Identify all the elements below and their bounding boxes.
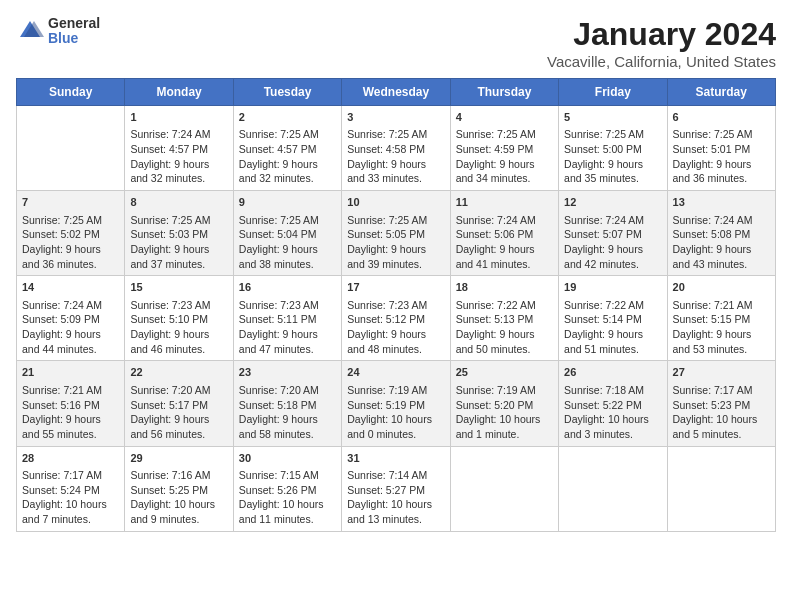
cell-info: Daylight: 10 hours [130, 497, 227, 512]
cell-info: Sunrise: 7:24 AM [564, 213, 661, 228]
calendar-cell [667, 446, 775, 531]
day-number: 21 [22, 365, 119, 380]
calendar-body: 1Sunrise: 7:24 AMSunset: 4:57 PMDaylight… [17, 106, 776, 532]
cell-info: Daylight: 9 hours [239, 242, 336, 257]
calendar-cell: 30Sunrise: 7:15 AMSunset: 5:26 PMDayligh… [233, 446, 341, 531]
week-row-5: 28Sunrise: 7:17 AMSunset: 5:24 PMDayligh… [17, 446, 776, 531]
cell-info: Daylight: 10 hours [347, 412, 444, 427]
cell-info: and 55 minutes. [22, 427, 119, 442]
cell-info: and 44 minutes. [22, 342, 119, 357]
cell-info: Daylight: 10 hours [456, 412, 553, 427]
cell-info: Daylight: 9 hours [130, 242, 227, 257]
logo-blue: Blue [48, 31, 100, 46]
calendar-cell: 23Sunrise: 7:20 AMSunset: 5:18 PMDayligh… [233, 361, 341, 446]
cell-info: Sunrise: 7:17 AM [22, 468, 119, 483]
cell-info: Sunrise: 7:25 AM [456, 127, 553, 142]
cell-info: Sunrise: 7:18 AM [564, 383, 661, 398]
cell-info: Sunset: 5:06 PM [456, 227, 553, 242]
calendar-cell [450, 446, 558, 531]
cell-info: Sunrise: 7:19 AM [456, 383, 553, 398]
cell-info: Sunset: 5:10 PM [130, 312, 227, 327]
day-number: 24 [347, 365, 444, 380]
cell-info: and 36 minutes. [673, 171, 770, 186]
cell-info: Sunset: 5:03 PM [130, 227, 227, 242]
cell-info: Sunset: 5:00 PM [564, 142, 661, 157]
cell-info: and 46 minutes. [130, 342, 227, 357]
cell-info: Sunset: 5:18 PM [239, 398, 336, 413]
cell-info: Sunset: 5:11 PM [239, 312, 336, 327]
cell-info: and 1 minute. [456, 427, 553, 442]
day-number: 2 [239, 110, 336, 125]
cell-info: Sunset: 5:25 PM [130, 483, 227, 498]
cell-info: Sunset: 5:07 PM [564, 227, 661, 242]
cell-info: and 51 minutes. [564, 342, 661, 357]
calendar-cell: 18Sunrise: 7:22 AMSunset: 5:13 PMDayligh… [450, 276, 558, 361]
cell-info: Daylight: 9 hours [239, 412, 336, 427]
cell-info: Sunrise: 7:21 AM [22, 383, 119, 398]
cell-info: and 13 minutes. [347, 512, 444, 527]
cell-info: Sunset: 5:14 PM [564, 312, 661, 327]
day-number: 31 [347, 451, 444, 466]
calendar-cell: 22Sunrise: 7:20 AMSunset: 5:17 PMDayligh… [125, 361, 233, 446]
cell-info: Sunrise: 7:25 AM [347, 127, 444, 142]
cell-info: Sunrise: 7:25 AM [130, 213, 227, 228]
cell-info: Sunset: 5:13 PM [456, 312, 553, 327]
cell-info: and 32 minutes. [130, 171, 227, 186]
day-number: 18 [456, 280, 553, 295]
cell-info: Sunset: 4:57 PM [130, 142, 227, 157]
cell-info: Sunrise: 7:15 AM [239, 468, 336, 483]
day-number: 4 [456, 110, 553, 125]
cell-info: and 56 minutes. [130, 427, 227, 442]
cell-info: Daylight: 9 hours [130, 327, 227, 342]
calendar-cell: 25Sunrise: 7:19 AMSunset: 5:20 PMDayligh… [450, 361, 558, 446]
cell-info: Daylight: 9 hours [456, 157, 553, 172]
day-number: 7 [22, 195, 119, 210]
cell-info: Sunrise: 7:16 AM [130, 468, 227, 483]
cell-info: Daylight: 9 hours [347, 242, 444, 257]
cell-info: Sunset: 5:22 PM [564, 398, 661, 413]
calendar-cell: 2Sunrise: 7:25 AMSunset: 4:57 PMDaylight… [233, 106, 341, 191]
day-number: 23 [239, 365, 336, 380]
day-number: 13 [673, 195, 770, 210]
day-number: 11 [456, 195, 553, 210]
main-title: January 2024 [547, 16, 776, 53]
cell-info: Sunrise: 7:25 AM [22, 213, 119, 228]
cell-info: and 53 minutes. [673, 342, 770, 357]
cell-info: Sunset: 4:59 PM [456, 142, 553, 157]
cell-info: Daylight: 9 hours [239, 157, 336, 172]
header-day-wednesday: Wednesday [342, 79, 450, 106]
header-day-tuesday: Tuesday [233, 79, 341, 106]
cell-info: and 5 minutes. [673, 427, 770, 442]
day-number: 14 [22, 280, 119, 295]
cell-info: Sunrise: 7:17 AM [673, 383, 770, 398]
cell-info: Daylight: 9 hours [347, 327, 444, 342]
cell-info: Daylight: 9 hours [564, 157, 661, 172]
logo-text: General Blue [48, 16, 100, 47]
cell-info: Sunset: 5:12 PM [347, 312, 444, 327]
calendar-cell: 17Sunrise: 7:23 AMSunset: 5:12 PMDayligh… [342, 276, 450, 361]
cell-info: and 38 minutes. [239, 257, 336, 272]
cell-info: and 9 minutes. [130, 512, 227, 527]
cell-info: and 7 minutes. [22, 512, 119, 527]
calendar-cell: 31Sunrise: 7:14 AMSunset: 5:27 PMDayligh… [342, 446, 450, 531]
day-number: 22 [130, 365, 227, 380]
cell-info: and 39 minutes. [347, 257, 444, 272]
calendar-cell: 16Sunrise: 7:23 AMSunset: 5:11 PMDayligh… [233, 276, 341, 361]
cell-info: and 34 minutes. [456, 171, 553, 186]
cell-info: Daylight: 10 hours [564, 412, 661, 427]
day-number: 8 [130, 195, 227, 210]
cell-info: and 47 minutes. [239, 342, 336, 357]
cell-info: Sunset: 5:08 PM [673, 227, 770, 242]
calendar-cell: 9Sunrise: 7:25 AMSunset: 5:04 PMDaylight… [233, 191, 341, 276]
logo-general: General [48, 16, 100, 31]
cell-info: and 3 minutes. [564, 427, 661, 442]
cell-info: Sunset: 5:16 PM [22, 398, 119, 413]
week-row-1: 1Sunrise: 7:24 AMSunset: 4:57 PMDaylight… [17, 106, 776, 191]
cell-info: Sunrise: 7:24 AM [456, 213, 553, 228]
calendar-cell: 5Sunrise: 7:25 AMSunset: 5:00 PMDaylight… [559, 106, 667, 191]
cell-info: Sunrise: 7:25 AM [347, 213, 444, 228]
cell-info: Sunset: 5:27 PM [347, 483, 444, 498]
cell-info: Sunrise: 7:25 AM [673, 127, 770, 142]
header-day-sunday: Sunday [17, 79, 125, 106]
cell-info: Daylight: 9 hours [564, 242, 661, 257]
